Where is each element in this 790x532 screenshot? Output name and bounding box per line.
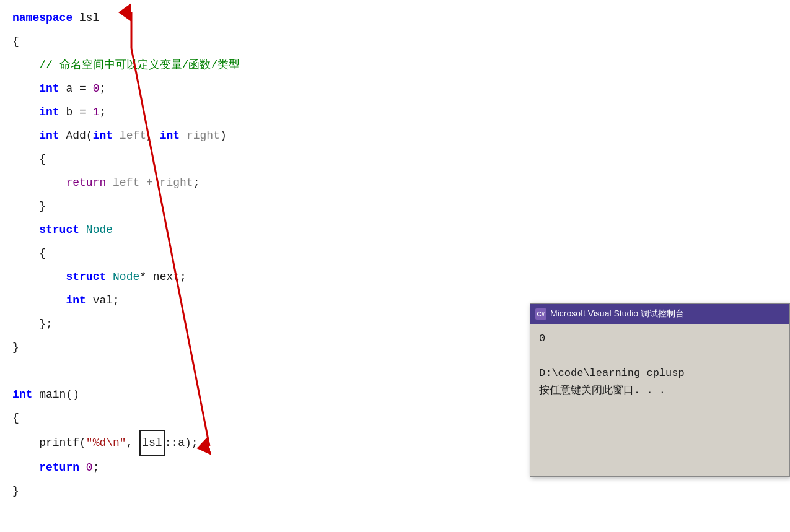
code-line-7: {: [12, 147, 520, 171]
code-line-17: int main(): [12, 383, 520, 406]
code-line-16: [12, 359, 520, 383]
console-title: Microsoft Visual Studio 调试控制台: [550, 308, 684, 320]
code-line-9: }: [12, 194, 520, 218]
console-output-line1: 0: [539, 330, 781, 347]
code-line-6: int Add( int left , int right ): [12, 124, 520, 147]
code-line-11: {: [12, 242, 520, 265]
lsl-namespace-ref: lsl: [139, 430, 164, 456]
console-output-line2: [539, 347, 781, 365]
code-line-2: {: [12, 30, 520, 53]
code-line-13: int val;: [12, 289, 520, 312]
code-line-15: }: [12, 336, 520, 359]
console-output: 0 D:\code\learning_cplusp 按任意键关闭此窗口. . .: [530, 324, 789, 406]
code-line-1: namespace lsl: [12, 6, 520, 30]
console-output-line3: D:\code\learning_cplusp: [539, 365, 781, 382]
console-output-line4: 按任意键关闭此窗口. . .: [539, 382, 781, 399]
code-line-3: // 命名空间中可以定义变量/函数/类型: [12, 53, 520, 77]
code-line-4: int a = 0 ;: [12, 77, 520, 100]
code-line-19: printf( "%d\n" , lsl ::a);: [12, 430, 520, 456]
code-line-21: }: [12, 479, 520, 503]
code-line-18: {: [12, 406, 520, 430]
console-panel: C# Microsoft Visual Studio 调试控制台 0 D:\co…: [530, 303, 790, 477]
keyword-namespace: namespace: [12, 6, 72, 30]
code-line-12: struct Node * next;: [12, 265, 520, 289]
code-line-14: };: [12, 312, 520, 336]
code-line-5: int b = 1 ;: [12, 100, 520, 124]
code-line-20: return 0 ;: [12, 456, 520, 479]
code-editor: namespace lsl { // 命名空间中可以定义变量/函数/类型 int…: [0, 0, 520, 532]
console-titlebar: C# Microsoft Visual Studio 调试控制台: [530, 304, 789, 324]
code-line-10: struct Node: [12, 218, 520, 242]
code-line-8: return left + right ;: [12, 171, 520, 194]
console-app-icon: C#: [535, 308, 546, 320]
